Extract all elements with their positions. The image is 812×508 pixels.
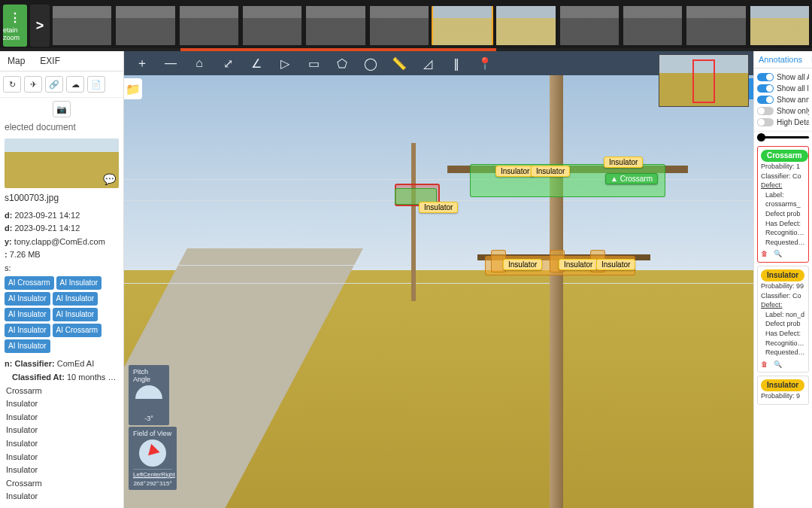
angle-tool-icon[interactable]: ∠ <box>249 56 264 71</box>
classifier-val: ComEd AI <box>57 359 95 368</box>
ai-tag[interactable]: AI Insulator <box>53 308 98 321</box>
classification-item: Crossarm <box>5 477 119 491</box>
annotation-label[interactable]: Insulator <box>559 259 598 270</box>
thumbnail[interactable] <box>433 6 492 45</box>
fov-card: Field of View Left Center Right 268° 292… <box>129 427 177 490</box>
toggle-icon[interactable] <box>757 84 774 93</box>
pitch-title: Pitch Angle <box>133 368 165 383</box>
ai-tag[interactable]: AI Insulator <box>5 339 50 353</box>
thumbnail[interactable] <box>623 6 682 45</box>
document-preview[interactable] <box>5 138 119 188</box>
toggle-icon[interactable] <box>757 107 774 115</box>
thumbnail[interactable] <box>370 6 429 45</box>
confidence-slider[interactable] <box>754 132 812 143</box>
visibility-toggle-row[interactable]: Show all A <box>757 71 809 83</box>
tags-key: s: <box>5 263 11 272</box>
fov-title: Field of View <box>133 430 172 437</box>
caliper-tool-icon[interactable]: ‖ <box>449 56 464 71</box>
visibility-toggle-row[interactable]: Show anno <box>757 94 809 105</box>
fov-center-label: Center <box>143 471 161 478</box>
meta-row: d: 2023-09-21 14:12 <box>5 209 119 223</box>
classifier-key: Classifier: <box>14 359 54 368</box>
fov-gauge-icon <box>139 440 166 467</box>
toggle-icon[interactable] <box>757 73 774 81</box>
annotation-card[interactable]: CrossarmProbability: 1Classifier: CoDefe… <box>757 146 809 263</box>
visibility-toggle-row[interactable]: High Detai <box>757 117 809 128</box>
compass-tool-icon[interactable]: ◯ <box>363 56 378 71</box>
image-canvas[interactable]: ＋—⌂⤢∠▷▭⬠◯📏◿‖📍 📁 ☰ InsulatorInsulatorInsu… <box>124 51 753 508</box>
visibility-toggle-row[interactable]: Show only <box>757 105 809 117</box>
tab-map[interactable]: Map <box>0 51 32 71</box>
folder-tab-button[interactable]: 📁 <box>124 78 142 99</box>
tab-exif[interactable]: EXIF <box>32 51 68 71</box>
pin-tool-icon[interactable]: 📍 <box>477 56 492 71</box>
annotation-card[interactable]: InsulatorProbability: 9 <box>757 376 809 405</box>
tab-annotations[interactable]: Annotations <box>754 51 807 68</box>
classification-item: Crossarm <box>5 385 119 398</box>
poly-tool-icon[interactable]: ⬠ <box>335 56 350 71</box>
thumbnail[interactable] <box>243 6 301 45</box>
left-action-icon[interactable]: 📄 <box>87 76 105 93</box>
thumbnail[interactable] <box>496 6 555 45</box>
ruler-tool-icon[interactable]: 📏 <box>392 56 407 71</box>
ai-tag[interactable]: AI Insulator <box>5 324 50 337</box>
thumbnail[interactable] <box>306 6 365 45</box>
ai-tag[interactable]: AI Crossarm <box>53 324 102 337</box>
retain-zoom-label: etain zoom <box>3 26 27 41</box>
ai-tag[interactable]: AI Insulator <box>53 292 98 306</box>
trash-icon[interactable]: 🗑 <box>761 360 768 370</box>
retain-zoom-chip[interactable]: ⋮ etain zoom <box>3 5 27 47</box>
ai-tag[interactable]: AI Crossarm <box>5 276 54 290</box>
left-action-icon[interactable]: ↻ <box>3 76 21 93</box>
annotation-label[interactable]: Insulator <box>419 202 458 213</box>
ai-tag[interactable]: AI Insulator <box>5 292 50 306</box>
meta-row: d: 2023-09-21 14:12 <box>5 222 119 236</box>
thumbnail[interactable] <box>750 6 809 45</box>
annotation-label[interactable]: Insulator <box>531 166 570 177</box>
thumbnail[interactable] <box>53 6 111 45</box>
left-action-icon[interactable]: ☁ <box>66 76 84 93</box>
thumbnail[interactable] <box>686 6 745 45</box>
fov-left-val: 268° <box>133 480 146 487</box>
left-action-icon[interactable]: 🔗 <box>45 76 63 93</box>
thumbnail[interactable] <box>180 6 238 45</box>
annotation-label[interactable]: Insulator <box>495 166 535 177</box>
pitch-value: -3° <box>133 415 165 422</box>
toggle-icon[interactable] <box>757 118 774 126</box>
zoom-icon[interactable]: 🔍 <box>774 249 782 259</box>
annotation-label[interactable]: Insulator <box>604 157 643 168</box>
annotation-label[interactable]: ▲ Crossarm <box>605 173 658 184</box>
minimap[interactable] <box>659 54 749 107</box>
fov-left-label: Left <box>133 471 143 478</box>
ai-tag[interactable]: AI Insulator <box>5 308 50 321</box>
sub-tool-icon[interactable]: — <box>163 56 178 71</box>
rect-tool-icon[interactable]: ▭ <box>306 56 321 71</box>
classification-item: Insulator <box>5 490 119 503</box>
toggle-icon[interactable] <box>757 96 774 104</box>
thumbnail[interactable] <box>116 6 174 45</box>
expand-tool-icon[interactable]: ⤢ <box>220 56 235 71</box>
annotation-card[interactable]: InsulatorProbability: 99Classifier: CoDe… <box>757 266 809 373</box>
toggle-label: Show all la <box>777 84 809 93</box>
left-action-icon[interactable]: ✈ <box>24 76 42 93</box>
tab-r[interactable]: R <box>807 51 812 68</box>
protractor-tool-icon[interactable]: ◿ <box>420 56 435 71</box>
pitch-angle-card: Pitch Angle -3° <box>129 365 169 425</box>
thumbnail-strip: ⋮ etain zoom > <box>0 0 812 48</box>
home-tool-icon[interactable]: ⌂ <box>192 56 207 71</box>
class-key: n: <box>5 359 12 368</box>
next-arrow-button[interactable]: > <box>30 5 50 47</box>
trash-icon[interactable]: 🗑 <box>761 249 768 259</box>
selected-document-title: elected document <box>0 117 123 135</box>
annotation-label[interactable]: Insulator <box>503 259 542 270</box>
menu-dots-icon: ⋮ <box>9 11 22 25</box>
toggle-label: Show only <box>777 107 809 115</box>
camera-icon[interactable]: 📷 <box>53 101 71 117</box>
annotation-label[interactable]: Insulator <box>596 259 635 270</box>
ai-tag[interactable]: AI Insulator <box>56 276 102 290</box>
arrow-tool-icon[interactable]: ▷ <box>277 56 292 71</box>
add-tool-icon[interactable]: ＋ <box>135 56 150 71</box>
zoom-icon[interactable]: 🔍 <box>774 360 782 370</box>
visibility-toggle-row[interactable]: Show all la <box>757 83 809 94</box>
thumbnail[interactable] <box>560 6 619 45</box>
